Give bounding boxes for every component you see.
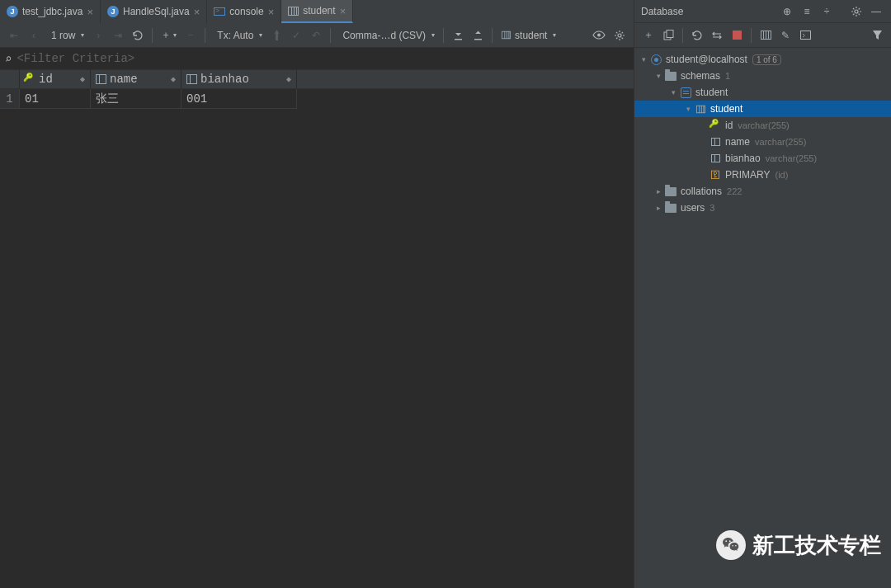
tab-test-jdbc[interactable]: test_jdbc.java × (0, 0, 101, 23)
import-button[interactable] (469, 26, 487, 45)
tree-primary-key[interactable]: ⚿ PRIMARY (id) (634, 167, 891, 183)
column-type: varchar(255) (766, 153, 817, 163)
reload-button[interactable] (129, 26, 147, 45)
close-icon[interactable]: × (87, 6, 93, 18)
folder-icon (665, 187, 676, 196)
duplicate-button[interactable] (659, 26, 677, 45)
database-icon (681, 87, 691, 98)
column-icon (711, 154, 720, 162)
chevron-down-icon: ▾ (638, 55, 649, 64)
sort-indicator: ◆ (171, 74, 176, 84)
users-label: users (681, 202, 705, 214)
sort-indicator: ◆ (80, 74, 85, 84)
tree-table-student[interactable]: ▾ student (634, 101, 891, 117)
data-grid: id ◆ name ◆ bianhao ◆ 1 01 张三 001 (0, 69, 634, 109)
key-column-icon (25, 74, 35, 84)
export-button[interactable] (449, 26, 467, 45)
tab-label: test_jdbc.java (22, 6, 82, 17)
tree-column-name[interactable]: name varchar(255) (634, 134, 891, 150)
csv-label: Comma-…d (CSV) (339, 30, 429, 41)
settings-button[interactable] (610, 26, 629, 45)
primary-label: PRIMARY (725, 169, 770, 181)
cell-id[interactable]: 01 (20, 89, 91, 109)
tab-label: HandleSql.java (123, 6, 190, 17)
close-icon[interactable]: × (194, 6, 200, 18)
sync-button[interactable] (708, 26, 726, 45)
schemas-count: 1 (725, 71, 730, 81)
chevron-down-icon: ▾ (653, 72, 664, 80)
row-count-dropdown[interactable]: 1 row (45, 26, 87, 45)
console-button[interactable] (796, 26, 814, 45)
edit-button[interactable]: ✎ (776, 26, 794, 45)
chevron-down-icon: ▾ (667, 88, 679, 96)
folder-icon (665, 204, 676, 213)
view-button[interactable] (589, 26, 609, 45)
tab-console[interactable]: console × (207, 0, 281, 23)
csv-format-dropdown[interactable]: Comma-…d (CSV) (336, 26, 438, 45)
row-header-corner[interactable] (0, 70, 20, 88)
tree-schemas[interactable]: ▾ schemas 1 (634, 68, 891, 84)
revert-button[interactable]: ↶ (307, 26, 325, 45)
svg-rect-6 (800, 31, 810, 40)
column-header-id[interactable]: id ◆ (20, 70, 91, 88)
console-icon (214, 7, 225, 16)
column-name: bianhao (725, 153, 761, 164)
column-name: id (725, 120, 733, 131)
split-icon[interactable]: ÷ (818, 3, 835, 20)
tab-handle-sql[interactable]: HandleSql.java × (101, 0, 207, 23)
first-page-button[interactable]: ⇤ (5, 26, 23, 45)
new-button[interactable]: ＋ (639, 26, 658, 45)
table-icon (761, 31, 771, 40)
remove-row-button[interactable]: － (182, 26, 200, 45)
filter-row[interactable]: ⌕ <Filter Criteria> (0, 48, 634, 69)
filter-placeholder: <Filter Criteria> (16, 52, 134, 65)
tree-column-bianhao[interactable]: bianhao varchar(255) (634, 150, 891, 167)
svg-rect-4 (667, 31, 673, 38)
column-label: name (110, 73, 138, 86)
tree-column-id[interactable]: id varchar(255) (634, 117, 891, 134)
close-icon[interactable]: × (268, 6, 275, 18)
submit-button[interactable]: ✓ (287, 26, 305, 45)
expand-icon[interactable]: ≡ (799, 3, 815, 20)
panel-title: Database (641, 6, 779, 17)
column-header-name[interactable]: name ◆ (91, 70, 182, 88)
tree-users[interactable]: ▸ users 3 (634, 200, 891, 216)
column-name: name (725, 136, 750, 148)
tx-mode-dropdown[interactable]: Tx: Auto (210, 26, 266, 45)
column-header-bianhao[interactable]: bianhao ◆ (182, 70, 297, 88)
data-toolbar: ⇤ ‹ 1 row › ⇥ ＋ － Tx: Auto ✓ ↶ Comma-…d … (0, 23, 634, 48)
tab-label: student (303, 5, 335, 16)
prev-page-button[interactable]: ‹ (25, 26, 43, 45)
datasource-badge: 1 of 6 (752, 54, 781, 65)
hide-icon[interactable]: — (868, 3, 884, 20)
collapse-icon[interactable]: ⊕ (779, 3, 795, 20)
next-page-button[interactable]: › (89, 26, 107, 45)
users-count: 3 (710, 203, 714, 213)
last-page-button[interactable]: ⇥ (109, 26, 127, 45)
tree-database[interactable]: ▾ student (634, 84, 891, 101)
datasource-icon (651, 54, 662, 65)
cell-name[interactable]: 张三 (91, 89, 182, 109)
refresh-button[interactable] (688, 26, 706, 45)
column-icon (96, 74, 106, 84)
table-view-button[interactable] (757, 26, 775, 45)
table-icon (695, 105, 705, 112)
row-count-label: 1 row (48, 30, 78, 41)
commit-button[interactable] (267, 26, 285, 45)
stop-button[interactable] (728, 26, 746, 45)
tab-student[interactable]: student × (281, 0, 353, 23)
svg-rect-5 (733, 31, 742, 40)
table-row[interactable]: 1 01 张三 001 (0, 89, 634, 109)
gear-icon[interactable] (848, 3, 865, 20)
filter-button[interactable] (868, 26, 886, 45)
database-tree: ▾ student@localhost 1 of 6 ▾ schemas 1 ▾… (634, 48, 891, 588)
add-row-button[interactable]: ＋ (158, 26, 180, 45)
cell-bianhao[interactable]: 001 (182, 89, 297, 109)
column-type: varchar(255) (755, 137, 806, 147)
tree-collations[interactable]: ▸ collations 222 (634, 183, 891, 200)
close-icon[interactable]: × (340, 5, 346, 17)
column-type: varchar(255) (738, 120, 789, 130)
entity-selector[interactable]: student (497, 26, 559, 45)
tree-datasource[interactable]: ▾ student@localhost 1 of 6 (634, 51, 891, 68)
row-number: 1 (0, 89, 20, 109)
